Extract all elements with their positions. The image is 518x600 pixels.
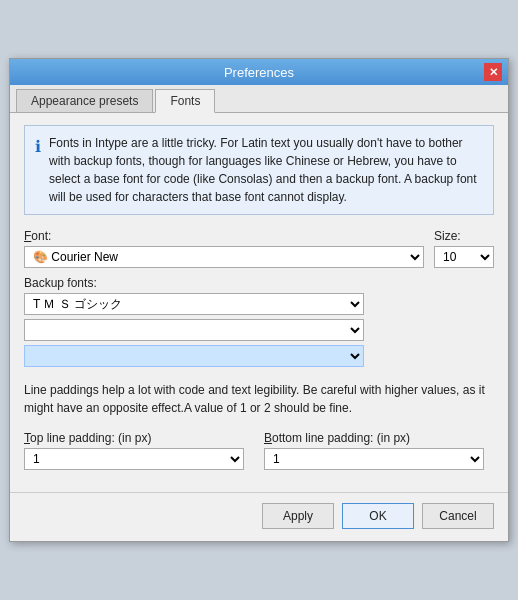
window-title: Preferences (34, 65, 484, 80)
tab-fonts[interactable]: Fonts (155, 89, 215, 113)
font-size-row: Font: 🎨 Courier New Arial Consolas Size:… (24, 229, 494, 268)
font-select[interactable]: 🎨 Courier New Arial Consolas (24, 246, 424, 268)
padding-info: Line paddings help a lot with code and t… (24, 381, 494, 417)
font-field-group: Font: 🎨 Courier New Arial Consolas (24, 229, 424, 268)
size-select[interactable]: 10 8 9 11 12 14 (434, 246, 494, 268)
backup-select-list: T Ｍ Ｓ ゴシック (24, 293, 494, 367)
bottom-padding-group: Bottom line padding: (in px) 1 0 2 3 4 (264, 431, 484, 470)
backup-font-3[interactable] (24, 345, 364, 367)
close-button[interactable]: ✕ (484, 63, 502, 81)
ok-button[interactable]: OK (342, 503, 414, 529)
apply-button[interactable]: Apply (262, 503, 334, 529)
size-label: Size: (434, 229, 494, 243)
info-icon: ℹ (35, 135, 41, 206)
backup-font-1[interactable]: T Ｍ Ｓ ゴシック (24, 293, 364, 315)
size-field-group: Size: 10 8 9 11 12 14 (434, 229, 494, 268)
tab-appearance[interactable]: Appearance presets (16, 89, 153, 112)
backup-fonts-section: Backup fonts: T Ｍ Ｓ ゴシック (24, 276, 494, 367)
button-bar: Apply OK Cancel (10, 492, 508, 541)
backup-label: Backup fonts: (24, 276, 494, 290)
preferences-window: Preferences ✕ Appearance presets Fonts ℹ… (9, 58, 509, 542)
tab-content: ℹ Fonts in Intype are a little tricky. F… (10, 113, 508, 492)
cancel-button[interactable]: Cancel (422, 503, 494, 529)
top-padding-label: Top line padding: (in px) (24, 431, 244, 445)
backup-font-2[interactable] (24, 319, 364, 341)
tab-bar: Appearance presets Fonts (10, 85, 508, 113)
padding-row: Top line padding: (in px) 1 0 2 3 4 Bott… (24, 431, 494, 470)
font-label: Font: (24, 229, 424, 243)
info-box: ℹ Fonts in Intype are a little tricky. F… (24, 125, 494, 215)
top-padding-select[interactable]: 1 0 2 3 4 (24, 448, 244, 470)
info-text: Fonts in Intype are a little tricky. For… (49, 134, 483, 206)
titlebar: Preferences ✕ (10, 59, 508, 85)
top-padding-group: Top line padding: (in px) 1 0 2 3 4 (24, 431, 244, 470)
bottom-padding-label: Bottom line padding: (in px) (264, 431, 484, 445)
bottom-padding-select[interactable]: 1 0 2 3 4 (264, 448, 484, 470)
